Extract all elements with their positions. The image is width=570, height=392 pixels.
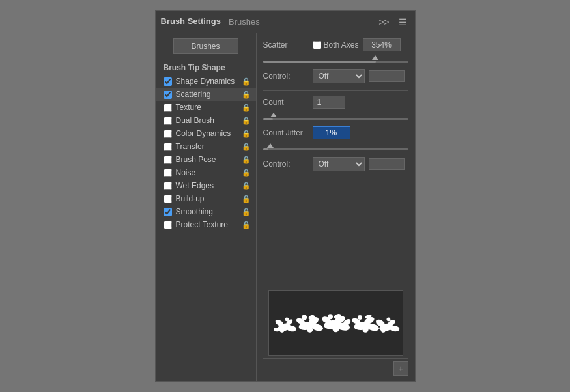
control2-row: Control: Off Fade Pen Pressure Pen Tilt [263,157,408,171]
count-jitter-slider-container[interactable] [263,143,408,150]
count-slider-container[interactable] [263,113,408,120]
color-dynamics-checkbox[interactable] [164,130,172,138]
scatter-slider-container[interactable] [263,55,408,63]
tab-brush-settings[interactable]: Brush Settings [161,16,221,27]
smoothing-label: Smoothing [176,207,239,216]
sidebar-item-dual-brush[interactable]: Dual Brush 🔒 [156,114,256,127]
menu-icon[interactable]: ☰ [396,16,410,29]
sidebar: Brushes Brush Tip Shape Shape Dynamics 🔒… [156,33,257,381]
brush-pose-label: Brush Pose [176,155,239,164]
header-icons: >> ☰ [376,16,409,29]
transfer-label: Transfer [176,142,239,151]
panel-footer: + [263,358,408,376]
noise-checkbox[interactable] [164,169,172,177]
count-slider-track[interactable] [263,118,408,120]
both-axes-checkbox[interactable] [313,41,321,49]
lock-icon-transfer: 🔒 [242,143,251,151]
lock-icon-texture: 🔒 [242,104,251,112]
both-axes-label: Both Axes [324,40,359,49]
both-axes-container[interactable]: Both Axes [313,40,359,49]
control1-select[interactable]: Off Fade Pen Pressure Pen Tilt [313,69,365,83]
scatter-value-input[interactable]: 354% [363,38,401,51]
svg-point-34 [386,317,390,321]
add-button[interactable]: + [393,361,408,376]
sidebar-item-shape-dynamics[interactable]: Shape Dynamics 🔒 [156,75,256,88]
dual-brush-label: Dual Brush [176,116,239,125]
lock-icon-scattering: 🔒 [242,91,251,99]
shape-dynamics-label: Shape Dynamics [176,77,239,86]
dual-brush-checkbox[interactable] [164,117,172,125]
lock-icon-build-up: 🔒 [242,195,251,203]
scatter-slider-fill [263,61,377,63]
sidebar-item-transfer[interactable]: Transfer 🔒 [156,140,256,153]
panel-header: Brush Settings Brushes >> ☰ [156,11,415,33]
count-row: Count [263,96,408,109]
count-slider-thumb[interactable] [270,113,277,117]
count-jitter-label: Count Jitter [263,128,309,137]
sidebar-item-wet-edges[interactable]: Wet Edges 🔒 [156,179,256,192]
expand-icon[interactable]: >> [376,16,392,29]
scatter-row: Scatter Both Axes 354% [263,38,408,51]
panel-body: Brushes Brush Tip Shape Shape Dynamics 🔒… [156,33,415,381]
smoothing-checkbox[interactable] [164,208,172,216]
sidebar-item-brush-pose[interactable]: Brush Pose 🔒 [156,153,256,166]
control1-label: Control: [263,72,309,81]
svg-point-32 [380,328,385,333]
control1-value-box [369,70,405,82]
lock-icon-brush-pose: 🔒 [242,156,251,164]
scattering-checkbox[interactable] [164,91,172,99]
wet-edges-checkbox[interactable] [164,182,172,190]
scattering-label: Scattering [176,90,239,99]
sidebar-item-texture[interactable]: Texture 🔒 [156,101,256,114]
lock-icon-wet-edges: 🔒 [242,182,251,190]
protect-texture-label: Protect Texture [176,220,239,229]
svg-point-19 [327,314,332,319]
sidebar-item-scattering[interactable]: Scattering 🔒 [156,88,256,101]
count-jitter-slider-track[interactable] [263,148,408,150]
scatter-label: Scatter [263,40,309,49]
scatter-slider-row [263,55,408,64]
transfer-checkbox[interactable] [164,143,172,151]
tab-brushes[interactable]: Brushes [229,17,260,27]
texture-checkbox[interactable] [164,104,172,112]
count-slider-row [263,113,408,121]
content-spacer [263,175,408,288]
brush-preview-svg [269,291,403,355]
sidebar-item-smoothing[interactable]: Smoothing 🔒 [156,205,256,218]
brush-settings-panel: Brush Settings Brushes >> ☰ Brushes Brus… [155,10,416,382]
noise-label: Noise [176,168,239,177]
build-up-checkbox[interactable] [164,195,172,203]
count-jitter-input[interactable] [313,126,350,139]
svg-point-3 [279,328,284,333]
divider1 [263,90,408,91]
count-jitter-row: Count Jitter [263,126,408,139]
scatter-slider-track[interactable] [263,61,408,63]
brush-pose-checkbox[interactable] [164,156,172,164]
control2-value-box [369,158,405,170]
lock-icon-noise: 🔒 [242,169,251,177]
count-jitter-slider-row [263,143,408,152]
brush-tip-shape-label: Brush Tip Shape [156,61,256,75]
count-jitter-slider-thumb[interactable] [267,143,274,148]
content-area: Scatter Both Axes 354% [257,33,415,381]
shape-dynamics-checkbox[interactable] [164,77,172,86]
lock-icon: 🔒 [242,77,251,86]
sidebar-item-noise[interactable]: Noise 🔒 [156,166,256,179]
lock-icon-protect-texture: 🔒 [242,221,251,229]
scatter-slider-thumb[interactable] [372,55,378,60]
lock-icon-color-dynamics: 🔒 [242,130,251,138]
build-up-label: Build-up [176,194,239,203]
sidebar-item-build-up[interactable]: Build-up 🔒 [156,192,256,205]
sidebar-item-color-dynamics[interactable]: Color Dynamics 🔒 [156,127,256,140]
brush-preview [268,290,403,356]
texture-label: Texture [176,103,239,112]
sidebar-item-protect-texture[interactable]: Protect Texture 🔒 [156,218,256,231]
svg-point-12 [302,315,307,320]
control2-select[interactable]: Off Fade Pen Pressure Pen Tilt [313,157,365,171]
brushes-button[interactable]: Brushes [173,38,238,54]
brush-shapes [273,313,400,333]
protect-texture-checkbox[interactable] [164,221,172,229]
color-dynamics-label: Color Dynamics [176,129,239,138]
control1-row: Control: Off Fade Pen Pressure Pen Tilt [263,69,408,83]
count-input[interactable] [313,96,345,109]
